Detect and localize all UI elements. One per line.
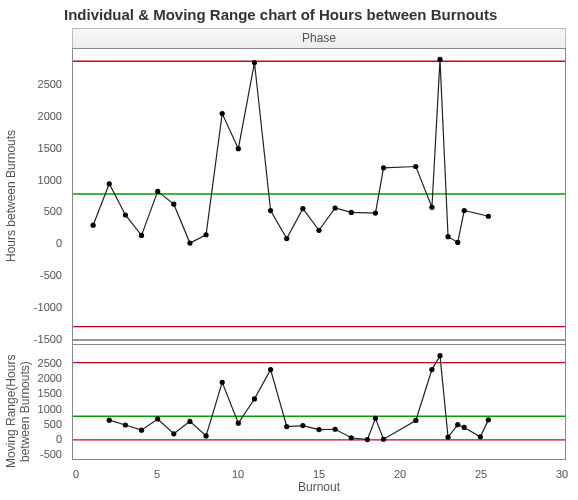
x-tick: 10 — [223, 468, 253, 480]
svg-point-15 — [268, 208, 273, 213]
x-tick: 0 — [61, 468, 91, 480]
y-tick: 2000 — [16, 372, 62, 384]
svg-point-39 — [203, 433, 208, 438]
svg-point-54 — [437, 353, 442, 358]
svg-point-26 — [445, 234, 450, 239]
svg-point-16 — [284, 236, 289, 241]
y-tick: 2500 — [16, 357, 62, 369]
moving-range-chart-panel — [72, 344, 566, 460]
y-tick: 2500 — [16, 78, 62, 90]
svg-point-9 — [171, 202, 176, 207]
x-tick: 15 — [304, 468, 334, 480]
svg-point-50 — [373, 416, 378, 421]
svg-point-58 — [478, 434, 483, 439]
svg-point-25 — [437, 57, 442, 62]
svg-point-8 — [155, 189, 160, 194]
y-tick: 500 — [16, 418, 62, 430]
svg-point-41 — [236, 421, 241, 426]
svg-point-11 — [203, 232, 208, 237]
svg-point-42 — [252, 396, 257, 401]
chart-title: Individual & Moving Range chart of Hours… — [4, 6, 574, 28]
phase-label: Phase — [302, 31, 336, 45]
svg-point-27 — [455, 240, 460, 245]
y-tick: -1500 — [16, 333, 62, 345]
svg-point-10 — [187, 240, 192, 245]
svg-point-51 — [381, 437, 386, 442]
y-tick: -500 — [16, 448, 62, 460]
y-tick: 1500 — [16, 387, 62, 399]
svg-point-23 — [413, 164, 418, 169]
y-tick: 1000 — [16, 174, 62, 186]
x-tick: 25 — [466, 468, 496, 480]
svg-point-49 — [365, 437, 370, 442]
svg-point-20 — [349, 210, 354, 215]
svg-point-47 — [333, 427, 338, 432]
y-axis-label-top: Hours between Burnouts — [4, 48, 22, 343]
svg-point-52 — [413, 418, 418, 423]
svg-point-46 — [316, 427, 321, 432]
svg-point-43 — [268, 367, 273, 372]
svg-point-22 — [381, 165, 386, 170]
y-tick: 1000 — [16, 403, 62, 415]
svg-point-35 — [139, 428, 144, 433]
svg-point-7 — [139, 233, 144, 238]
svg-point-38 — [187, 419, 192, 424]
x-tick: 20 — [385, 468, 415, 480]
svg-point-53 — [429, 367, 434, 372]
svg-point-28 — [462, 208, 467, 213]
svg-point-37 — [171, 431, 176, 436]
y-tick: -1000 — [16, 301, 62, 313]
moving-range-chart-svg — [73, 345, 565, 459]
svg-point-45 — [300, 423, 305, 428]
individual-chart-panel — [72, 48, 566, 345]
svg-point-24 — [429, 205, 434, 210]
svg-point-21 — [373, 210, 378, 215]
x-tick: 5 — [142, 468, 172, 480]
svg-point-44 — [284, 424, 289, 429]
svg-point-6 — [123, 212, 128, 217]
svg-point-13 — [236, 146, 241, 151]
svg-point-18 — [316, 228, 321, 233]
svg-point-12 — [220, 111, 225, 116]
x-axis-label: Burnout — [72, 480, 566, 496]
svg-point-40 — [220, 380, 225, 385]
individual-chart-svg — [73, 49, 565, 344]
svg-point-17 — [300, 206, 305, 211]
svg-point-19 — [333, 205, 338, 210]
svg-point-55 — [445, 435, 450, 440]
svg-point-56 — [455, 422, 460, 427]
svg-point-33 — [107, 418, 112, 423]
svg-point-4 — [91, 223, 96, 228]
y-tick: 0 — [16, 433, 62, 445]
phase-header: Phase — [72, 28, 566, 50]
chart-container: Individual & Moving Range chart of Hours… — [0, 0, 578, 500]
svg-point-34 — [123, 422, 128, 427]
svg-point-59 — [486, 417, 491, 422]
y-tick: 2000 — [16, 110, 62, 122]
svg-point-5 — [107, 181, 112, 186]
y-tick: 500 — [16, 205, 62, 217]
y-tick: 0 — [16, 237, 62, 249]
x-tick: 30 — [547, 468, 577, 480]
svg-point-14 — [252, 60, 257, 65]
y-tick: 1500 — [16, 142, 62, 154]
plot-zone: Phase Hours between Burnouts Moving Rang… — [4, 28, 574, 496]
y-tick: -500 — [16, 269, 62, 281]
svg-point-57 — [462, 425, 467, 430]
svg-point-29 — [486, 214, 491, 219]
svg-point-48 — [349, 435, 354, 440]
svg-point-36 — [155, 416, 160, 421]
